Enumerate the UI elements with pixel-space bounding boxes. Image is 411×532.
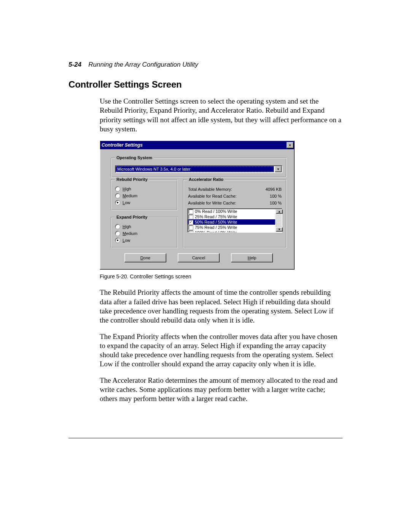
radio-label: Low [123, 200, 130, 205]
accelerator-ratio-listbox[interactable]: 0% Read / 100% Write25% Read / 75% Write… [187, 208, 282, 233]
expand-option-medium[interactable]: Medium [115, 230, 174, 237]
rebuild-paragraph: The Rebuild Priority affects the amount … [100, 288, 342, 325]
radio-label: High [123, 224, 131, 229]
radio-icon [115, 231, 120, 236]
checkbox-icon [188, 214, 193, 219]
scrollbar[interactable]: ▲ ▼ [276, 209, 282, 232]
rebuild-priority-group: Rebuild Priority HighMediumLow [111, 177, 178, 210]
done-button[interactable]: Done [124, 253, 166, 262]
controller-settings-dialog: Controller Settings × Operating System M… [100, 141, 295, 270]
expand-priority-group: Expand Priority HighMediumLow [111, 215, 178, 248]
radio-icon [115, 200, 120, 205]
checkbox-icon: ✓ [188, 220, 193, 225]
radio-label: High [123, 187, 131, 191]
scroll-up-icon[interactable]: ▲ [276, 209, 283, 214]
os-combobox[interactable]: Microsoft Windows NT 3.5x, 4.0 or later … [115, 165, 282, 173]
list-item[interactable]: 100% Read / 0% Write [188, 230, 275, 232]
dialog-title: Controller Settings [102, 142, 143, 148]
expand-paragraph: The Expand Priority affects when the con… [100, 332, 342, 369]
rebuild-option-medium[interactable]: Medium [115, 192, 174, 199]
expand-option-high[interactable]: High [115, 223, 174, 230]
scroll-down-icon[interactable]: ▼ [276, 227, 283, 232]
operating-system-group: Operating System Microsoft Windows NT 3.… [111, 155, 287, 177]
expand-legend: Expand Priority [115, 215, 149, 219]
accelerator-paragraph: The Accelerator Ratio determines the amo… [100, 376, 342, 404]
accelerator-stat-value: 4096 KB [266, 187, 282, 192]
accelerator-stat-value: 100 % [266, 201, 282, 205]
accelerator-stat-value: 100 % [266, 194, 282, 198]
intro-paragraph: Use the Controller Settings screen to se… [100, 97, 342, 134]
checkbox-icon [188, 225, 193, 230]
radio-label: Low [123, 238, 130, 243]
help-button[interactable]: Help [231, 253, 273, 262]
scroll-track[interactable] [276, 214, 282, 227]
os-legend: Operating System [115, 155, 154, 160]
list-item-label: 0% Read / 100% Write [195, 209, 237, 214]
close-icon[interactable]: × [287, 142, 293, 148]
accelerator-ratio-group: Accelerator Ratio Total Available Memory… [183, 177, 287, 248]
section-title: Controller Settings Screen [68, 79, 342, 90]
accelerator-stat-label: Available for Read Cache: [188, 194, 259, 198]
list-item-label: 75% Read / 25% Write [195, 225, 237, 230]
running-header: 5-24 Running the Array Configuration Uti… [68, 61, 342, 69]
list-item-label: 25% Read / 75% Write [195, 214, 237, 219]
checkbox-icon [188, 209, 193, 214]
radio-icon [115, 238, 120, 243]
radio-label: Medium [123, 193, 137, 198]
rebuild-option-low[interactable]: Low [115, 199, 174, 206]
dialog-titlebar: Controller Settings × [100, 141, 294, 149]
radio-label: Medium [123, 231, 137, 236]
radio-icon [115, 224, 120, 229]
list-item[interactable]: 75% Read / 25% Write [188, 225, 275, 230]
rebuild-legend: Rebuild Priority [115, 177, 149, 182]
chevron-down-icon[interactable]: ▼ [275, 166, 282, 172]
checkbox-icon [188, 230, 193, 233]
footer-rule [68, 438, 342, 438]
accelerator-stat-label: Total Available Memory: [188, 187, 259, 192]
list-item-label: 50% Read / 50% Write [195, 220, 237, 224]
list-item[interactable]: 25% Read / 75% Write [188, 214, 275, 219]
list-item[interactable]: 0% Read / 100% Write [188, 209, 275, 214]
accelerator-stat-label: Available for Write Cache: [188, 201, 259, 205]
cancel-button[interactable]: Cancel [178, 253, 220, 262]
list-item-label: 100% Read / 0% Write [195, 230, 237, 232]
page-number: 5-24 [68, 61, 81, 68]
radio-icon [115, 193, 120, 198]
radio-icon [115, 186, 120, 192]
running-title: Running the Array Configuration Utility [88, 61, 198, 68]
expand-option-low[interactable]: Low [115, 237, 174, 244]
list-item[interactable]: ✓50% Read / 50% Write [188, 219, 275, 225]
rebuild-option-high[interactable]: High [115, 185, 174, 192]
os-value: Microsoft Windows NT 3.5x, 4.0 or later [116, 166, 274, 172]
accelerator-legend: Accelerator Ratio [187, 177, 225, 182]
figure-caption: Figure 5-20. Controller Settings screen [100, 273, 342, 280]
